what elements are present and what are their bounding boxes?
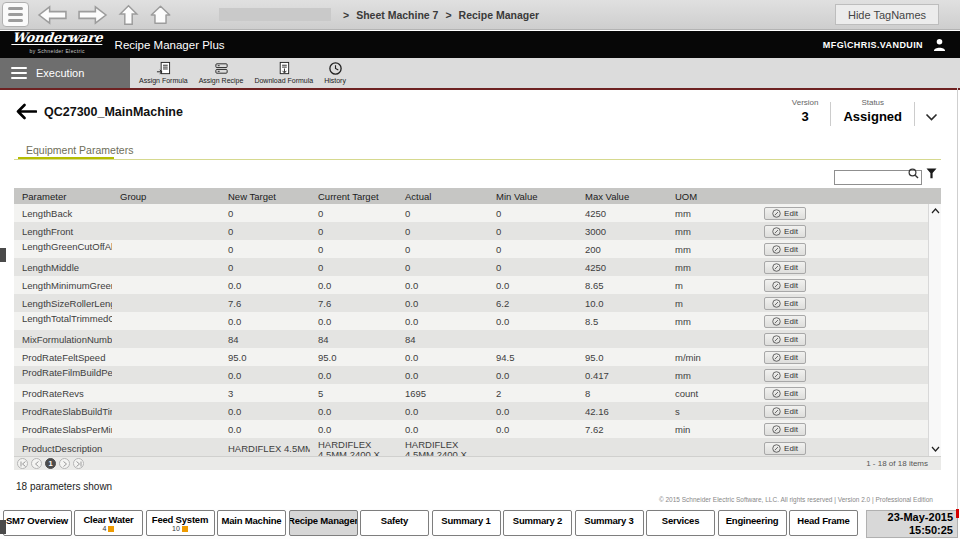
column-header[interactable]: Max Value <box>577 191 667 202</box>
search-icon[interactable] <box>908 168 919 179</box>
assign-formula-button[interactable]: Assign Formula <box>136 61 191 84</box>
assign-formula-label: Assign Formula <box>139 77 188 84</box>
assign-recipe-button[interactable]: Assign Recipe <box>196 61 247 84</box>
app-title: Recipe Manager Plus <box>115 39 225 51</box>
breadcrumb-item[interactable]: Sheet Machine 7 <box>356 9 438 21</box>
forward-arrow-icon[interactable] <box>76 3 109 27</box>
edit-button[interactable]: Edit <box>764 207 806 220</box>
column-header[interactable]: New Target <box>220 191 310 202</box>
taskbar-button[interactable]: Feed System 10 <box>146 510 215 536</box>
edit-button-label: Edit <box>784 335 798 344</box>
history-button[interactable]: History <box>321 61 349 84</box>
hide-tagnames-button[interactable]: Hide TagNames <box>835 4 939 25</box>
cell-actual: 1695 <box>397 384 488 402</box>
alarm-badge-icon <box>35 526 41 532</box>
edit-button[interactable]: Edit <box>764 423 806 436</box>
taskbar-button-label: Safety <box>381 515 408 526</box>
alarm-badge <box>534 526 542 532</box>
pagination-bar: 1 1 - 18 of 18 items <box>14 456 941 470</box>
cell-min-value: 94.5 <box>488 348 577 366</box>
download-formula-button[interactable]: Download Formula <box>251 61 316 84</box>
edit-button-label: Edit <box>784 444 798 453</box>
cell-min-value: 0.0 <box>488 366 577 384</box>
taskbar-button[interactable]: Summary 2 <box>503 510 572 536</box>
assign-formula-icon <box>156 61 171 76</box>
edit-button[interactable]: Edit <box>764 369 806 382</box>
taskbar-button[interactable]: Main Machine <box>217 510 286 536</box>
scroll-up-icon[interactable] <box>931 208 940 214</box>
table-body: LengthBack 0 0 0 0 4250 mm Edit LengthFr… <box>14 204 928 458</box>
taskbar-button[interactable]: SM7 Overview <box>3 510 72 536</box>
screen-taskbar: SM7 Overview Clear Water 4 Feed System 1… <box>0 509 960 539</box>
taskbar-button[interactable]: Clear Water 4 <box>74 510 143 536</box>
edit-button[interactable]: Edit <box>764 225 806 238</box>
back-button[interactable] <box>15 103 37 120</box>
up-arrow-icon[interactable] <box>116 3 141 27</box>
edit-button[interactable]: Edit <box>764 261 806 274</box>
edit-button[interactable]: Edit <box>764 297 806 310</box>
cell-min-value: 0.0 <box>488 420 577 438</box>
column-header[interactable]: UOM <box>667 191 745 202</box>
taskbar-button-label: SM7 Overview <box>6 515 68 526</box>
cell-new-target: 0 <box>220 222 310 240</box>
scroll-down-icon[interactable] <box>931 446 940 452</box>
hamburger-menu-icon[interactable] <box>2 2 29 27</box>
column-header[interactable]: Group <box>112 191 220 202</box>
column-header[interactable]: Parameter <box>14 191 112 202</box>
parameters-table: ParameterGroupNew TargetCurrent TargetAc… <box>14 188 941 470</box>
back-arrow-icon[interactable] <box>36 3 69 27</box>
taskbar-button[interactable]: Summary 3 <box>575 510 644 536</box>
edit-button[interactable]: Edit <box>764 333 806 346</box>
edit-pencil-icon <box>772 209 781 218</box>
current-page-button[interactable]: 1 <box>45 458 56 469</box>
home-icon[interactable] <box>148 3 173 27</box>
cell-max-value: 95.0 <box>577 348 667 366</box>
vertical-scrollbar[interactable] <box>928 204 941 456</box>
edit-button[interactable]: Edit <box>764 387 806 400</box>
assign-recipe-icon <box>214 61 229 76</box>
cell-max-value: 0.417 <box>577 366 667 384</box>
cell-new-target: 0.0 <box>220 402 310 420</box>
taskbar-button[interactable]: Engineering <box>718 510 787 536</box>
cell-max-value: 8.5 <box>577 312 667 330</box>
edit-button-label: Edit <box>784 371 798 380</box>
version-status-block: Version 3 Status Assigned <box>780 98 938 126</box>
last-page-icon[interactable] <box>73 458 84 469</box>
cell-min-value: 0 <box>488 204 577 222</box>
execution-menu[interactable]: Execution <box>0 58 130 88</box>
alarm-badge-icon <box>182 526 188 532</box>
user-icon[interactable] <box>933 38 946 51</box>
table-row: ProdRateRevs 3 5 1695 2 8 count Edit <box>14 384 928 402</box>
edit-button[interactable]: Edit <box>764 442 806 455</box>
taskbar-button[interactable]: Safety <box>360 510 429 536</box>
taskbar-button[interactable]: Summary 1 <box>432 510 501 536</box>
taskbar-button[interactable]: Recipe Manager <box>289 510 358 536</box>
edit-button[interactable]: Edit <box>764 351 806 364</box>
next-page-icon[interactable] <box>59 458 70 469</box>
column-header[interactable]: Current Target <box>310 191 397 202</box>
cell-parameter: LengthMinimumGreenSheetLen... <box>14 276 112 294</box>
cell-uom <box>667 330 745 348</box>
edit-button[interactable]: Edit <box>764 243 806 256</box>
filter-icon[interactable] <box>926 168 937 179</box>
column-header[interactable]: Actual <box>397 191 488 202</box>
taskbar-button[interactable]: Head Frame <box>789 510 858 536</box>
cell-max-value: 8 <box>577 384 667 402</box>
cell-uom: mm <box>667 258 745 276</box>
edit-button[interactable]: Edit <box>764 405 806 418</box>
edit-button[interactable]: Edit <box>764 279 806 292</box>
table-row: LengthBack 0 0 0 0 4250 mm Edit <box>14 204 928 222</box>
download-formula-icon <box>276 61 291 76</box>
taskbar-button[interactable]: Services <box>646 510 715 536</box>
chevron-down-icon[interactable] <box>915 98 938 126</box>
tab-equipment-parameters[interactable]: Equipment Parameters <box>26 144 133 156</box>
breadcrumb-item[interactable]: Recipe Manager <box>459 9 540 21</box>
cell-new-target: 0 <box>220 240 310 258</box>
cell-min-value: 0 <box>488 240 577 258</box>
edit-pencil-icon <box>772 335 781 344</box>
column-header[interactable]: Min Value <box>488 191 577 202</box>
edit-button-label: Edit <box>784 317 798 326</box>
edit-button[interactable]: Edit <box>764 315 806 328</box>
previous-page-icon[interactable] <box>31 458 42 469</box>
first-page-icon[interactable] <box>17 458 28 469</box>
